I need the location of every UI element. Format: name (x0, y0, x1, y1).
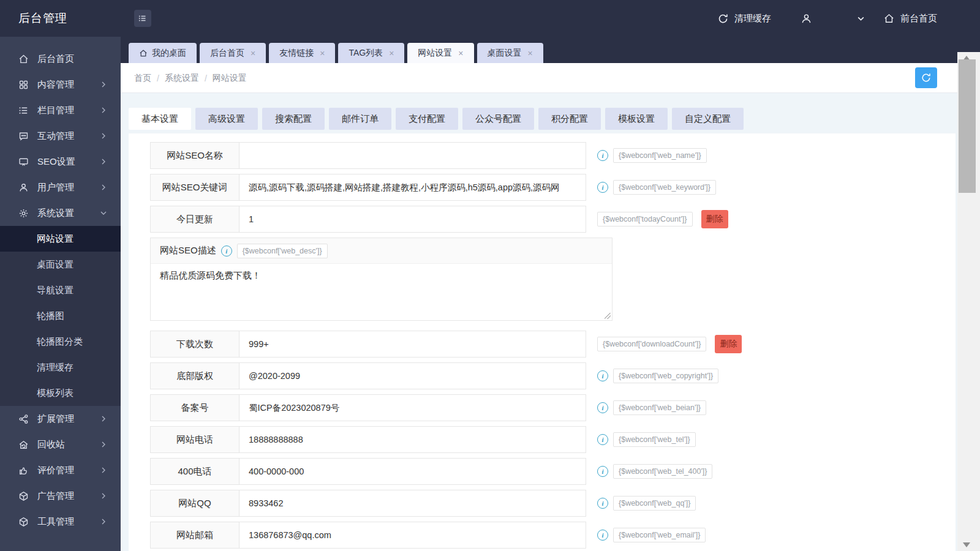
close-icon[interactable]: × (320, 49, 325, 58)
info-icon[interactable]: i (597, 370, 608, 381)
template-tag: {$webconf['web_copyright']} (613, 369, 718, 383)
main-content: 基本设置高级设置搜索配置邮件订单支付配置公众号配置积分配置模板设置自定义配置 网… (121, 93, 957, 551)
refresh-page-button[interactable] (915, 67, 937, 88)
home-icon (139, 49, 148, 58)
sidebar-toggle-button[interactable] (134, 10, 151, 27)
form-row: 今日更新{$webconf['todayCount']}删除 (150, 206, 956, 233)
share-icon (18, 414, 29, 424)
info-icon[interactable]: i (597, 466, 608, 477)
info-icon[interactable]: i (597, 530, 608, 541)
textarea-body: 精品优质源码免费下载！ (151, 264, 612, 320)
sidebar-item-label: 栏目管理 (37, 105, 74, 116)
settings-tab-5[interactable]: 公众号配置 (462, 108, 534, 130)
info-icon[interactable]: i (597, 182, 608, 193)
field-input[interactable] (239, 174, 586, 200)
field-input[interactable] (239, 206, 586, 232)
sidebar-subitem-6[interactable]: 模板列表 (0, 380, 121, 406)
close-icon[interactable]: × (528, 49, 533, 58)
info-icon[interactable]: i (597, 150, 608, 161)
sidebar-item-12[interactable]: 工具管理 (0, 509, 121, 534)
field-input[interactable] (239, 490, 586, 516)
info-icon[interactable]: i (597, 498, 608, 509)
sidebar-item-0[interactable]: 后台首页 (0, 46, 121, 72)
sidebar-subitem-3[interactable]: 轮播图 (0, 303, 121, 329)
settings-tab-8[interactable]: 自定义配置 (672, 108, 744, 130)
username (818, 13, 851, 23)
sidebar-item-2[interactable]: 栏目管理 (0, 97, 121, 123)
sidebar-item-label: 用户管理 (37, 182, 74, 193)
scrollbar-thumb[interactable] (959, 59, 976, 193)
field-input[interactable] (239, 459, 586, 484)
sidebar-subitem-label: 网站设置 (37, 233, 74, 245)
settings-tab-0[interactable]: 基本设置 (129, 108, 191, 130)
window-tab-4[interactable]: 网站设置× (407, 43, 473, 63)
user-menu[interactable] (801, 13, 865, 24)
sidebar-subitem-2[interactable]: 导航设置 (0, 277, 121, 303)
info-icon[interactable]: i (597, 402, 608, 413)
field-label: 底部版权 (151, 363, 239, 389)
front-home-link[interactable]: 前台首页 (883, 13, 937, 24)
window-tab-2[interactable]: 友情链接× (269, 43, 335, 63)
settings-form: 网站SEO名称i{$webconf['web_name']}网站SEO关键词i{… (150, 142, 956, 549)
sidebar-item-5[interactable]: 用户管理 (0, 174, 121, 200)
thumbs-icon (18, 465, 29, 476)
sidebar-item-3[interactable]: 互动管理 (0, 123, 121, 149)
scrollbar (957, 52, 980, 551)
breadcrumb-item-2[interactable]: 网站设置 (213, 73, 247, 84)
sidebar-subitem-1[interactable]: 桌面设置 (0, 252, 121, 277)
close-icon[interactable]: × (251, 49, 255, 58)
field-input[interactable] (239, 331, 586, 357)
sidebar-subitem-0[interactable]: 网站设置 (0, 226, 121, 252)
field-label: 今日更新 (151, 206, 239, 232)
sidebar-subitem-5[interactable]: 清理缓存 (0, 354, 121, 380)
comment-icon (18, 131, 29, 141)
delete-button[interactable]: 删除 (701, 210, 728, 228)
field-box: 网站邮箱 (150, 522, 586, 549)
template-tag: {$webconf['web_tel_400']} (613, 464, 712, 479)
sidebar-item-6[interactable]: 系统设置 (0, 200, 121, 226)
close-icon[interactable]: × (458, 49, 463, 58)
window-tab-5[interactable]: 桌面设置× (477, 43, 543, 63)
cube-icon (18, 491, 29, 501)
clear-cache-button[interactable]: 清理缓存 (717, 13, 771, 24)
sidebar-item-label: SEO设置 (37, 156, 75, 168)
chevron-right-icon (100, 415, 107, 422)
settings-tab-2[interactable]: 搜索配置 (262, 108, 325, 130)
home-icon (883, 13, 895, 24)
info-icon[interactable]: i (597, 434, 608, 445)
sidebar-subitem-label: 模板列表 (37, 388, 74, 399)
sidebar-item-10[interactable]: 评价管理 (0, 457, 121, 483)
settings-tab-6[interactable]: 积分配置 (538, 108, 601, 130)
hamburger-icon (138, 13, 148, 23)
settings-tab-7[interactable]: 模板设置 (605, 108, 668, 130)
field-input[interactable] (239, 395, 586, 421)
sidebar-subitem-4[interactable]: 轮播图分类 (0, 329, 121, 354)
field-input[interactable] (239, 143, 586, 168)
breadcrumb-item-0[interactable]: 首页 (134, 73, 151, 84)
window-tab-3[interactable]: TAG列表× (338, 43, 404, 63)
sidebar-item-1[interactable]: 内容管理 (0, 72, 121, 97)
window-tab-1[interactable]: 后台首页× (200, 43, 266, 63)
resize-handle-icon[interactable] (605, 313, 611, 319)
settings-tab-1[interactable]: 高级设置 (195, 108, 258, 130)
breadcrumb-separator: / (205, 73, 207, 83)
sidebar-item-11[interactable]: 广告管理 (0, 483, 121, 509)
settings-tab-3[interactable]: 邮件订单 (329, 108, 391, 130)
close-icon[interactable]: × (389, 49, 394, 58)
field-textarea[interactable]: 精品优质源码免费下载！ (151, 264, 612, 320)
settings-tab-4[interactable]: 支付配置 (396, 108, 458, 130)
field-input[interactable] (239, 522, 586, 548)
window-tab-0[interactable]: 我的桌面 (129, 43, 197, 63)
breadcrumb-item-1[interactable]: 系统设置 (165, 73, 199, 84)
sidebar-subitem-label: 桌面设置 (37, 259, 74, 271)
sidebar-item-label: 内容管理 (37, 79, 74, 91)
sidebar-item-9[interactable]: 回收站 (0, 432, 121, 457)
field-input[interactable] (239, 427, 586, 452)
scroll-down-arrow-icon[interactable] (963, 542, 970, 547)
sidebar-item-8[interactable]: 扩展管理 (0, 406, 121, 432)
delete-button[interactable]: 删除 (715, 335, 742, 353)
sidebar: 后台首页内容管理栏目管理互动管理SEO设置用户管理系统设置网站设置桌面设置导航设… (0, 37, 121, 551)
field-input[interactable] (239, 363, 586, 389)
sidebar-item-4[interactable]: SEO设置 (0, 149, 121, 174)
info-icon[interactable]: i (221, 246, 232, 257)
